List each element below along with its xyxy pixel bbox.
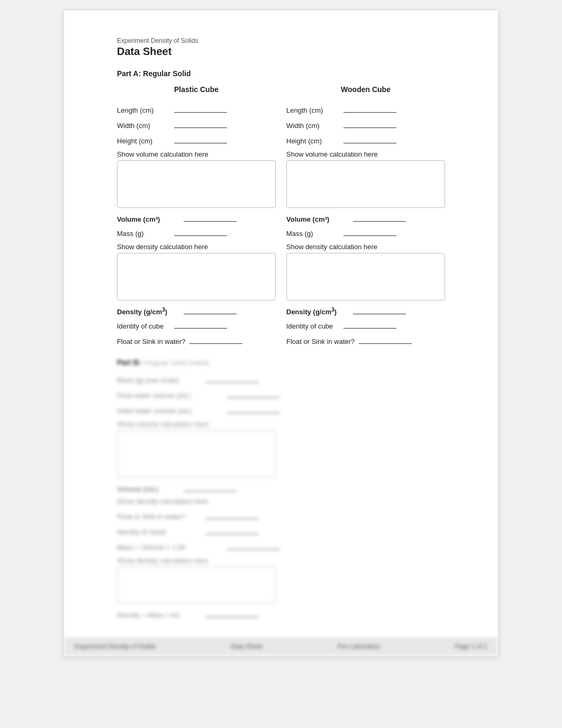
partb-mass-label: Mass (g) (use scale) [117,376,202,384]
plastic-mass-input[interactable] [174,228,227,236]
plastic-width-row: Width (cm) [117,120,276,130]
plastic-height-label: Height (cm) [117,137,170,145]
plastic-mass-label: Mass (g) [117,230,170,238]
experiment-label: Experiment Density of Solids [117,37,456,44]
partb-identity-input [206,526,259,534]
plastic-width-input[interactable] [174,120,227,128]
partb-volcalc-label: Show volume calculation here [117,420,456,428]
wooden-length-input[interactable] [343,104,396,113]
plastic-height-row: Height (cm) [117,135,276,145]
wooden-height-row: Height (cm) [286,135,445,145]
partb-volume-label: Volume (mL) [117,485,180,493]
wooden-volume-calc-box[interactable] [286,160,445,208]
partb-watervol-row: Mass = Volume × 1.00 [117,541,456,551]
plastic-volume-input[interactable] [184,213,237,222]
wooden-density-label: Density (g/cm3) [286,307,350,316]
wooden-volume-calc-label: Show volume calculation here [286,150,445,158]
part-b-section: Part B: Irregular Solid (metal) Mass (g)… [117,358,456,619]
wooden-float-label: Float or Sink in water? [286,338,355,345]
wooden-length-row: Length (cm) [286,104,445,114]
partb-densresult-label: Density = Mass / Vol [117,611,202,619]
plastic-cube-header: Plastic Cube [117,85,276,94]
partb-watervol-input [227,541,280,550]
partb-initvol-row: Initial water volume (mL) [117,405,456,415]
wooden-mass-label: Mass (g) [286,230,339,238]
wooden-float-row: Float or Sink in water? [286,335,445,345]
wooden-cube-column: Wooden Cube Length (cm) Width (cm) Heigh… [286,85,456,351]
partb-floatsink-row: Float or Sink in water? [117,511,456,521]
plastic-density-calc-label: Show density calculation here [117,243,276,251]
wooden-cube-header: Wooden Cube [286,85,445,94]
wooden-mass-input[interactable] [343,228,396,236]
plastic-density-calc-box[interactable] [117,253,276,301]
wooden-length-label: Length (cm) [286,106,339,114]
wooden-density-calc-box[interactable] [286,253,445,301]
wooden-density-calc-label: Show density calculation here [286,243,445,251]
wooden-mass-row: Mass (g) [286,228,445,238]
wooden-float-input[interactable] [359,335,412,344]
wooden-identity-row: Identity of cube [286,320,445,330]
partb-densitycalc-row: Show density calculation here [117,497,456,505]
wooden-height-label: Height (cm) [286,137,339,145]
wooden-volume-label: Volume (cm³) [286,215,350,223]
plastic-volume-calc-label: Show volume calculation here [117,150,276,158]
plastic-identity-row: Identity of cube [117,320,276,330]
page: Experiment Density of Solids Data Sheet … [64,11,498,656]
plastic-height-input[interactable] [174,135,227,143]
partb-floatsink-input [206,511,259,519]
plastic-length-label: Length (cm) [117,106,170,114]
plastic-float-label: Float or Sink in water? [117,338,185,345]
wooden-width-input[interactable] [343,120,396,128]
partb-finalvol-row: Final water volume (mL) [117,389,456,399]
plastic-cube-column: Plastic Cube Length (cm) Width (cm) Heig… [117,85,286,351]
part-b-header: Part B: Irregular Solid (metal) [117,358,456,367]
plastic-volume-row: Volume (cm³) [117,213,276,223]
partb-initvol-input [227,405,280,413]
part-a-header: Part A: Regular Solid [117,69,456,78]
wooden-volume-input[interactable] [353,213,406,222]
partb-identity-label: Identity of metal [117,528,202,536]
partb-initvol-label: Initial water volume (mL) [117,407,223,415]
wooden-width-label: Width (cm) [286,122,339,130]
partb-volcalc-box [117,430,276,478]
plastic-volume-calc-box[interactable] [117,160,276,208]
partb-finalvol-label: Final water volume (mL) [117,392,223,399]
plastic-width-label: Width (cm) [117,122,170,130]
wooden-identity-label: Identity of cube [286,322,339,330]
wooden-density-input[interactable] [353,306,406,314]
partb-mass-input [206,374,259,383]
plastic-identity-label: Identity of cube [117,322,170,330]
page-title: Data Sheet [117,46,456,58]
partb-densitycalc-label: Show density calculation here [117,497,208,505]
partb-volume-row: Volume (mL) [117,483,456,493]
footer-center-right: Pre-Laboratory [338,643,380,650]
plastic-length-row: Length (cm) [117,104,276,114]
partb-showcalc-label: Show density calculation here [117,557,456,565]
partb-finalvol-input [227,389,280,398]
partb-watervol-label: Mass = Volume × 1.00 [117,543,223,551]
footer-left: Experiment Density of Solids [75,643,156,650]
plastic-identity-input[interactable] [174,320,227,329]
part-a-columns: Plastic Cube Length (cm) Width (cm) Heig… [117,85,456,351]
wooden-height-input[interactable] [343,135,396,143]
plastic-mass-row: Mass (g) [117,228,276,238]
partb-volume-input [184,483,237,492]
footer-center-left: Data Sheet [231,643,262,650]
plastic-length-input[interactable] [174,104,227,113]
partb-densresult-input [206,609,259,617]
partb-densresult-row: Density = Mass / Vol [117,609,456,619]
partb-identity-row: Identity of metal [117,526,456,536]
plastic-float-input[interactable] [189,335,242,344]
footer-right: Page 1 of 1 [455,643,487,650]
plastic-density-label: Density (g/cm3) [117,307,180,316]
partb-floatsink-label: Float or Sink in water? [117,513,202,521]
plastic-density-row: Density (g/cm3) [117,306,276,316]
plastic-volume-label: Volume (cm³) [117,215,180,223]
wooden-density-row: Density (g/cm3) [286,306,445,316]
partb-mass-row: Mass (g) (use scale) [117,374,456,384]
footer-bar: Experiment Density of Solids Data Sheet … [64,637,498,656]
plastic-density-input[interactable] [184,306,237,314]
wooden-width-row: Width (cm) [286,120,445,130]
wooden-identity-input[interactable] [343,320,396,329]
partb-showcalc-box [117,567,276,604]
